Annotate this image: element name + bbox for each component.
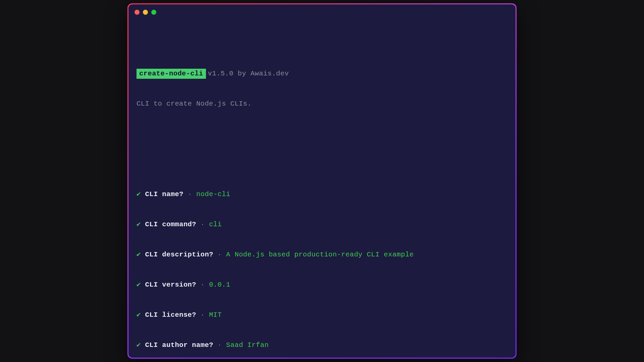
minimize-icon[interactable] [143,10,148,15]
terminal-window: create-node-cliv1.5.0 by Awais.dev CLI t… [127,3,517,359]
tool-version: v1.5.0 [208,70,233,77]
prompt-value: 0.0.1 [209,281,230,289]
check-icon: ✔ [137,281,145,289]
zoom-icon[interactable] [151,10,156,15]
tool-author: Awais.dev [251,70,289,77]
prompt-value: node-cli [196,190,230,198]
prompt-row: ✔ CLI name? · node-cli [137,189,507,199]
tool-tagline: CLI to create Node.js CLIs. [137,99,507,109]
prompt-label: CLI command? [145,221,196,228]
tool-name-badge: create-node-cli [137,69,206,79]
close-icon[interactable] [135,10,140,15]
check-icon: ✔ [137,190,145,198]
by-label [233,70,238,77]
prompt-row: ✔ CLI description? · A Node.js based pro… [137,250,507,260]
prompt-row: ✔ CLI version? · 0.0.1 [137,280,507,290]
check-icon: ✔ [137,311,145,319]
check-icon: ✔ [137,251,145,258]
prompt-value: A Node.js based production-ready CLI exa… [226,251,414,258]
prompt-value: Saad Irfan [226,341,269,349]
prompt-label: CLI license? [145,311,196,319]
prompt-row: ✔ CLI author name? · Saad Irfan [137,340,507,350]
terminal-content: create-node-cliv1.5.0 by Awais.dev CLI t… [128,20,516,362]
prompt-value: cli [209,221,222,228]
terminal-window-inner: create-node-cliv1.5.0 by Awais.dev CLI t… [128,4,516,358]
tool-header: create-node-cliv1.5.0 by Awais.dev [137,69,507,79]
check-icon: ✔ [137,341,145,349]
prompt-row: ✔ CLI command? · cli [137,220,507,230]
prompt-row: ✔ CLI license? · MIT [137,310,507,320]
by-word: by [238,70,246,77]
prompt-label: CLI description? [145,251,213,258]
prompt-value: MIT [209,311,222,319]
prompt-label: CLI name? [145,190,183,198]
titlebar [128,4,516,20]
prompt-label: CLI version? [145,281,196,289]
check-icon: ✔ [137,221,145,228]
prompt-label: CLI author name? [145,341,213,349]
